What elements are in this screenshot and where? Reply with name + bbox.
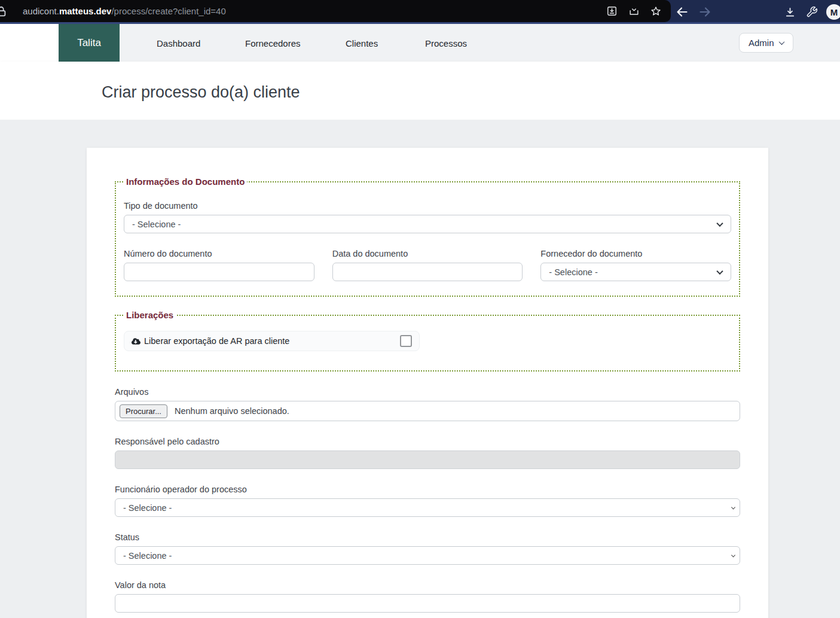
forward-arrow-icon <box>697 4 713 20</box>
chevron-down-icon <box>731 505 735 509</box>
status-label: Status <box>115 532 740 542</box>
responsavel-input <box>115 450 740 469</box>
form-card: Informações do Documento Tipo de documen… <box>87 148 768 618</box>
liberar-exportacao-label: Liberar exportação de AR para cliente <box>144 336 289 346</box>
browser-window: audicont.matteus.dev/process/create?clie… <box>0 0 840 618</box>
file-empty-text: Nenhum arquivo selecionado. <box>175 406 289 416</box>
fieldset-legend: Informações do Documento <box>124 176 247 187</box>
admin-label: Admin <box>749 38 774 48</box>
page-title: Criar processo do(a) cliente <box>102 83 300 102</box>
funcionario-select[interactable]: - Selecione - <box>115 498 740 517</box>
valor-nota-input[interactable] <box>115 594 740 613</box>
data-documento-input[interactable] <box>332 263 523 281</box>
page-content: Informações do Documento Tipo de documen… <box>0 120 840 618</box>
app-navbar: Talita Dashboard Fornecedores Clientes P… <box>0 24 840 62</box>
nav-item-fornecedores[interactable]: Fornecedores <box>245 38 301 48</box>
page-header: Criar processo do(a) cliente <box>0 62 840 120</box>
profile-avatar[interactable]: M <box>826 4 840 20</box>
address-bar[interactable]: audicont.matteus.dev/process/create?clie… <box>0 0 671 22</box>
save-page-icon[interactable] <box>604 4 619 19</box>
url-path: /process/create?client_id=40 <box>111 6 225 16</box>
status-value: - Selecione - <box>123 551 172 561</box>
tipo-documento-label: Tipo de documento <box>124 201 731 211</box>
funcionario-value: - Selecione - <box>123 503 172 513</box>
status-select[interactable]: - Selecione - <box>115 546 740 565</box>
funcionario-label: Funcionário operador do processo <box>115 485 740 494</box>
browser-chrome: audicont.matteus.dev/process/create?clie… <box>0 0 840 24</box>
nav-item-processos[interactable]: Processos <box>425 38 467 48</box>
inbox-save-icon[interactable] <box>626 4 642 19</box>
nav-item-dashboard[interactable]: Dashboard <box>157 38 200 48</box>
data-documento-label: Data do documento <box>332 249 523 258</box>
fieldset-liberacoes: Liberações Liberar exportação de AR para… <box>115 310 740 372</box>
chevron-down-icon <box>731 553 735 557</box>
url-domain: matteus.dev <box>59 6 112 16</box>
procurar-button[interactable]: Procurar... <box>120 404 167 418</box>
url-text: audicont.matteus.dev/process/create?clie… <box>23 6 226 16</box>
downloads-icon[interactable] <box>782 4 798 20</box>
brand-logo[interactable]: Talita <box>59 24 120 62</box>
chevron-down-icon <box>716 267 723 274</box>
tipo-documento-value: - Selecione - <box>132 220 181 229</box>
arquivos-label: Arquivos <box>115 387 740 397</box>
wrench-icon[interactable] <box>804 4 820 20</box>
bookmark-star-icon[interactable] <box>648 4 664 19</box>
chevron-down-icon <box>778 39 784 45</box>
liberar-exportacao-checkbox[interactable] <box>400 335 412 347</box>
fieldset-informacoes-documento: Informações do Documento Tipo de documen… <box>115 176 740 297</box>
admin-dropdown-button[interactable]: Admin <box>739 33 793 53</box>
cloud-download-icon <box>132 337 140 345</box>
fornecedor-documento-value: - Selecione - <box>549 267 597 277</box>
lock-icon <box>0 5 8 21</box>
numero-documento-input[interactable] <box>124 263 314 281</box>
nav-item-clientes[interactable]: Clientes <box>346 38 378 48</box>
url-prefix: audicont. <box>23 6 59 16</box>
back-arrow-icon[interactable] <box>674 4 690 20</box>
fornecedor-documento-label: Fornecedor do documento <box>540 249 731 258</box>
tipo-documento-select[interactable]: - Selecione - <box>124 215 731 233</box>
fornecedor-documento-select[interactable]: - Selecione - <box>540 263 731 281</box>
chevron-down-icon <box>716 220 723 226</box>
valor-nota-label: Valor da nota <box>115 580 740 590</box>
fieldset-legend: Liberações <box>124 310 176 320</box>
arquivos-file-input[interactable]: Procurar... Nenhum arquivo selecionado. <box>115 401 740 421</box>
responsavel-label: Responsável pelo cadastro <box>115 437 740 446</box>
numero-documento-label: Número do documento <box>124 249 314 258</box>
liberar-exportacao-item: Liberar exportação de AR para cliente <box>124 331 420 351</box>
